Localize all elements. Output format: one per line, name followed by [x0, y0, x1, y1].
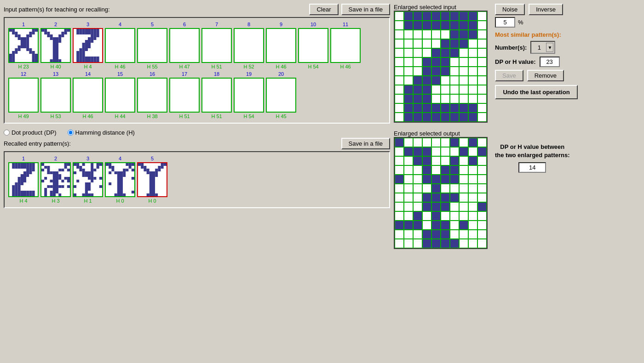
enlarged-cell-9-3[interactable] [422, 94, 431, 103]
enlarged-cell-7-0[interactable] [395, 202, 404, 211]
enlarged-cell-7-3[interactable] [422, 202, 431, 211]
enlarged-cell-6-0[interactable] [395, 193, 404, 202]
enlarged-cell-0-6[interactable] [450, 138, 459, 147]
enlarged-cell-1-2[interactable] [413, 21, 422, 30]
dp-between-value-input[interactable] [518, 162, 546, 173]
enlarged-cell-6-7[interactable] [459, 67, 468, 76]
enlarged-cell-2-7[interactable] [459, 156, 468, 165]
enlarged-cell-4-8[interactable] [468, 48, 477, 57]
inverse-button[interactable]: Inverse [529, 4, 563, 15]
enlarged-cell-2-2[interactable] [413, 156, 422, 165]
save-input-file-button[interactable]: Save in a file [341, 4, 390, 15]
input-pattern-7[interactable]: 7H 51 [201, 22, 232, 69]
enlarged-cell-5-7[interactable] [459, 184, 468, 193]
enlarged-cell-10-9[interactable] [477, 103, 487, 113]
enlarged-cell-10-7[interactable] [459, 103, 468, 113]
enlarged-cell-3-9[interactable] [477, 39, 487, 48]
enlarged-cell-8-4[interactable] [431, 211, 441, 221]
enlarged-cell-1-2[interactable] [413, 147, 422, 156]
enlarged-cell-0-9[interactable] [477, 138, 487, 147]
save-button[interactable]: Save [495, 70, 523, 81]
enlarged-cell-7-0[interactable] [395, 76, 404, 85]
enlarged-cell-8-1[interactable] [404, 211, 413, 221]
enlarged-cell-10-3[interactable] [422, 230, 431, 239]
enlarged-cell-1-5[interactable] [441, 147, 450, 156]
input-pattern-3[interactable]: 3H 4 [73, 22, 103, 69]
input-pattern-16[interactable]: 16H 38 [137, 71, 167, 119]
enlarged-cell-2-2[interactable] [413, 30, 422, 39]
enlarged-cell-7-5[interactable] [441, 202, 450, 211]
enlarged-cell-10-0[interactable] [395, 103, 404, 113]
enlarged-cell-3-2[interactable] [413, 39, 422, 48]
enlarged-cell-4-7[interactable] [459, 48, 468, 57]
enlarged-cell-10-4[interactable] [431, 103, 441, 113]
enlarged-cell-2-6[interactable] [450, 156, 459, 165]
enlarged-cell-8-9[interactable] [477, 211, 487, 221]
enlarged-cell-1-4[interactable] [431, 21, 441, 30]
remove-button[interactable]: Remove [527, 70, 564, 81]
enlarged-cell-3-7[interactable] [459, 39, 468, 48]
enlarged-cell-8-3[interactable] [422, 211, 431, 221]
enlarged-cell-11-9[interactable] [477, 239, 487, 248]
enlarged-cell-6-6[interactable] [450, 193, 459, 202]
enlarged-cell-6-7[interactable] [459, 193, 468, 202]
enlarged-cell-2-9[interactable] [477, 30, 487, 39]
enlarged-cell-7-2[interactable] [413, 76, 422, 85]
enlarged-cell-9-3[interactable] [422, 221, 431, 230]
enlarged-cell-2-5[interactable] [441, 30, 450, 39]
enlarged-cell-7-6[interactable] [450, 202, 459, 211]
enlarged-cell-3-4[interactable] [431, 39, 441, 48]
enlarged-cell-4-5[interactable] [441, 175, 450, 184]
enlarged-cell-4-7[interactable] [459, 175, 468, 184]
enlarged-cell-1-6[interactable] [450, 21, 459, 30]
enlarged-cell-6-2[interactable] [413, 193, 422, 202]
enlarged-cell-5-3[interactable] [422, 184, 431, 193]
enlarged-cell-4-6[interactable] [450, 175, 459, 184]
enlarged-cell-11-6[interactable] [450, 239, 459, 248]
input-pattern-17[interactable]: 17H 51 [169, 71, 200, 119]
dot-product-radio-label[interactable]: Dot product (DP) [4, 129, 57, 136]
enlarged-cell-5-6[interactable] [450, 57, 459, 67]
input-pattern-1[interactable]: 1H 23 [8, 22, 39, 69]
enlarged-cell-11-5[interactable] [441, 113, 450, 122]
enlarged-cell-0-4[interactable] [431, 11, 441, 21]
enlarged-cell-6-3[interactable] [422, 67, 431, 76]
enlarged-cell-6-6[interactable] [450, 67, 459, 76]
enlarged-cell-10-5[interactable] [441, 103, 450, 113]
enlarged-cell-4-9[interactable] [477, 175, 487, 184]
enlarged-cell-2-1[interactable] [404, 30, 413, 39]
enlarged-cell-7-5[interactable] [441, 76, 450, 85]
enlarged-cell-1-3[interactable] [422, 147, 431, 156]
enlarged-cell-0-9[interactable] [477, 11, 487, 21]
save-recalled-file-button[interactable]: Save in a file [341, 138, 390, 149]
enlarged-cell-11-0[interactable] [395, 113, 404, 122]
enlarged-cell-1-9[interactable] [477, 21, 487, 30]
enlarged-cell-10-6[interactable] [450, 230, 459, 239]
enlarged-cell-4-1[interactable] [404, 48, 413, 57]
input-pattern-13[interactable]: 13H 53 [40, 71, 71, 119]
enlarged-cell-5-9[interactable] [477, 57, 487, 67]
enlarged-cell-9-4[interactable] [431, 94, 441, 103]
hamming-radio-label[interactable]: Hamming distance (H) [68, 129, 135, 136]
enlarged-cell-10-8[interactable] [468, 230, 477, 239]
enlarged-cell-4-0[interactable] [395, 175, 404, 184]
enlarged-cell-2-6[interactable] [450, 30, 459, 39]
enlarged-cell-10-1[interactable] [404, 103, 413, 113]
numbers-dropdown[interactable]: 1 ▼ [530, 41, 555, 54]
enlarged-cell-2-9[interactable] [477, 156, 487, 165]
enlarged-cell-9-6[interactable] [450, 94, 459, 103]
enlarged-cell-6-0[interactable] [395, 67, 404, 76]
enlarged-cell-4-1[interactable] [404, 175, 413, 184]
enlarged-cell-6-2[interactable] [413, 67, 422, 76]
enlarged-cell-10-8[interactable] [468, 103, 477, 113]
enlarged-cell-9-7[interactable] [459, 221, 468, 230]
enlarged-cell-0-0[interactable] [395, 11, 404, 21]
enlarged-cell-4-3[interactable] [422, 48, 431, 57]
enlarged-cell-7-9[interactable] [477, 76, 487, 85]
enlarged-cell-9-7[interactable] [459, 94, 468, 103]
enlarged-cell-3-2[interactable] [413, 165, 422, 175]
enlarged-cell-5-8[interactable] [468, 184, 477, 193]
recalled-pattern-4[interactable]: 4H 0 [105, 156, 135, 204]
enlarged-cell-9-2[interactable] [413, 221, 422, 230]
input-pattern-12[interactable]: 12H 49 [8, 71, 39, 119]
